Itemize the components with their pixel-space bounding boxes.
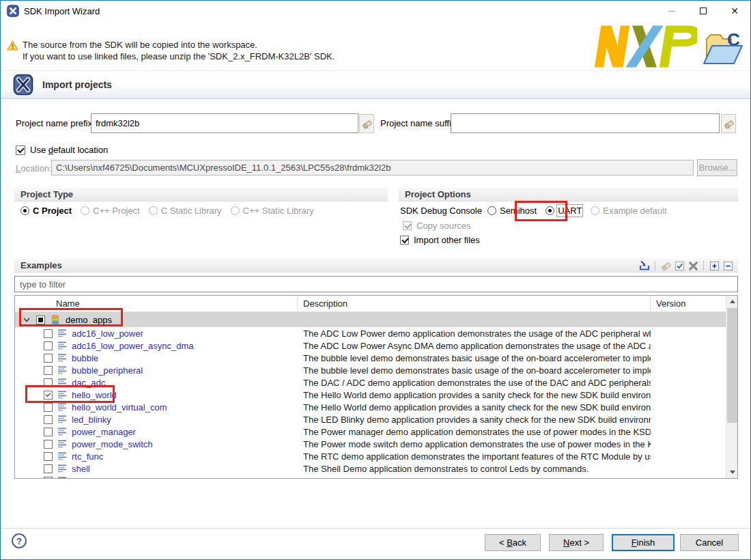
example-checkbox[interactable] xyxy=(44,366,53,375)
scroll-down-arrow[interactable] xyxy=(726,466,738,478)
browse-button: Browse... xyxy=(697,159,737,176)
select-all-button[interactable] xyxy=(672,260,686,272)
radio-c-project[interactable]: C Project xyxy=(20,206,72,216)
clear-prefix-button[interactable] xyxy=(359,114,374,133)
examples-title: Examples xyxy=(20,260,62,270)
example-name-link[interactable]: power_manager xyxy=(72,427,136,437)
example-document-icon xyxy=(57,402,67,412)
example-row[interactable]: bubble_peripheral The bubble level demo … xyxy=(15,364,726,376)
example-row[interactable]: bubble The bubble level demo demonstrate… xyxy=(15,352,726,364)
example-name-link[interactable]: adc16_low_power_async_dma xyxy=(72,341,194,351)
example-row[interactable]: hello_world_virtual_com The Hello World … xyxy=(15,401,726,413)
maximize-button[interactable] xyxy=(688,1,719,21)
example-name-link[interactable]: led_blinky xyxy=(72,415,111,425)
page-title: Import projects xyxy=(42,79,112,90)
example-checkbox[interactable] xyxy=(44,378,53,387)
example-description: The LED Blinky demo application provides… xyxy=(298,415,651,425)
example-checkbox[interactable] xyxy=(44,428,53,436)
column-header-description[interactable]: Description xyxy=(298,296,651,312)
radio-semihost[interactable]: Semihost xyxy=(487,206,537,216)
checkbox-icon xyxy=(403,221,412,230)
example-name-link[interactable]: shell xyxy=(72,464,90,474)
minimize-button[interactable] xyxy=(656,1,688,21)
example-row[interactable]: led_blinky The LED Blinky demo applicati… xyxy=(15,413,726,425)
expand-all-button[interactable] xyxy=(707,260,721,272)
radio-icon xyxy=(231,206,240,215)
toolbar-separator xyxy=(703,261,704,270)
example-document-icon xyxy=(57,390,67,400)
example-document-icon xyxy=(57,476,67,478)
examples-filter-input[interactable] xyxy=(14,276,738,292)
example-checkbox[interactable] xyxy=(44,354,53,363)
finish-button[interactable]: Finish xyxy=(612,534,675,551)
examples-toolbar xyxy=(638,259,735,272)
example-document-icon xyxy=(57,464,67,473)
example-description: The Hello World demo application provide… xyxy=(298,390,651,400)
example-name-link[interactable]: bubble xyxy=(72,353,98,363)
example-checkbox[interactable] xyxy=(44,403,53,412)
example-name-link[interactable]: adc16_low_power xyxy=(72,328,143,339)
copy-sources-checkbox: Copy sources xyxy=(403,221,470,231)
sdk-import-wizard-window: SDK Import Wizard ✕ The source from the … xyxy=(0,0,751,560)
example-description: The ADC Low Power Async DMA demo applica… xyxy=(298,341,651,351)
column-header-version[interactable]: Version xyxy=(651,296,712,312)
example-row[interactable]: rtc_func The RTC demo application demons… xyxy=(15,450,726,462)
example-checkbox[interactable] xyxy=(44,341,53,350)
example-checkbox[interactable] xyxy=(44,391,53,400)
radio-icon xyxy=(149,206,158,215)
example-description: The Power manager demo application demon… xyxy=(298,427,651,437)
next-button[interactable]: Next > xyxy=(549,534,604,551)
example-checkbox[interactable] xyxy=(44,415,53,424)
help-icon: ? xyxy=(16,536,22,546)
scrollbar-thumb[interactable] xyxy=(727,308,737,423)
example-document-icon xyxy=(57,365,67,375)
group-name[interactable]: demo_apps xyxy=(66,315,112,325)
example-document-icon xyxy=(57,328,67,338)
table-scrollbar[interactable] xyxy=(726,296,737,478)
scroll-up-arrow[interactable] xyxy=(726,296,738,307)
c-projects-folder-icon: C xyxy=(701,31,746,68)
example-row[interactable]: power_mode_switch The Power mode switch … xyxy=(15,438,726,450)
arrow-down-icon xyxy=(730,471,735,474)
example-row[interactable]: hello_world The Hello World demo applica… xyxy=(15,389,726,401)
example-name-link[interactable]: rtc_func xyxy=(72,451,103,462)
back-button[interactable]: < Back xyxy=(485,534,541,551)
help-button[interactable]: ? xyxy=(12,533,27,548)
example-row[interactable]: dac_adc The DAC / ADC demo application d… xyxy=(15,376,726,389)
example-name-link[interactable]: sigfox_console xyxy=(72,476,130,479)
radio-uart[interactable]: UART xyxy=(545,206,582,216)
example-row[interactable]: shell The Shell Demo application demonst… xyxy=(15,462,726,475)
example-checkbox[interactable] xyxy=(44,452,53,461)
example-name-link[interactable]: hello_world xyxy=(72,390,117,400)
collapse-all-button[interactable] xyxy=(721,260,735,272)
chevron-down-icon[interactable] xyxy=(23,318,30,322)
clear-suffix-button[interactable] xyxy=(721,114,736,133)
example-row[interactable]: power_manager The Power manager demo app… xyxy=(15,425,726,438)
project-name-suffix-input[interactable] xyxy=(451,113,720,133)
use-default-location-checkbox[interactable]: Use default location xyxy=(16,145,108,155)
example-name-link[interactable]: bubble_peripheral xyxy=(72,365,143,376)
example-row[interactable]: sigfox_console The purpose of this examp… xyxy=(15,475,726,478)
group-checkbox-partial[interactable] xyxy=(36,316,45,324)
warning-line-2: If you want to use linked files, please … xyxy=(23,51,335,62)
example-description: The Shell Demo application demonstrates … xyxy=(298,464,651,474)
warning-line-1: The source from the SDK will be copied i… xyxy=(23,39,335,51)
import-example-button[interactable] xyxy=(638,260,651,272)
example-checkbox[interactable] xyxy=(44,329,53,338)
import-other-files-checkbox[interactable]: Import other files xyxy=(400,235,480,245)
example-name-link[interactable]: dac_adc xyxy=(72,378,105,388)
example-checkbox[interactable] xyxy=(44,477,53,479)
project-name-prefix-input[interactable] xyxy=(91,113,358,133)
example-checkbox[interactable] xyxy=(44,440,53,449)
example-row[interactable]: adc16_low_power_async_dma The ADC Low Po… xyxy=(15,339,726,352)
sdk-debug-console-options: SDK Debug Console Semihost UART Example … xyxy=(400,206,676,216)
cancel-button[interactable]: Cancel xyxy=(680,534,739,551)
example-row[interactable]: adc16_low_power The ADC Low Power demo a… xyxy=(15,327,726,339)
example-description: The RTC demo application demonstrates th… xyxy=(298,451,651,462)
example-name-link[interactable]: power_mode_switch xyxy=(72,439,153,449)
column-header-name[interactable]: Name xyxy=(15,296,298,312)
close-button[interactable]: ✕ xyxy=(719,1,750,21)
example-checkbox[interactable] xyxy=(44,464,53,473)
example-name-link[interactable]: hello_world_virtual_com xyxy=(72,402,167,412)
group-row-demo-apps[interactable]: demo_apps xyxy=(15,312,726,327)
